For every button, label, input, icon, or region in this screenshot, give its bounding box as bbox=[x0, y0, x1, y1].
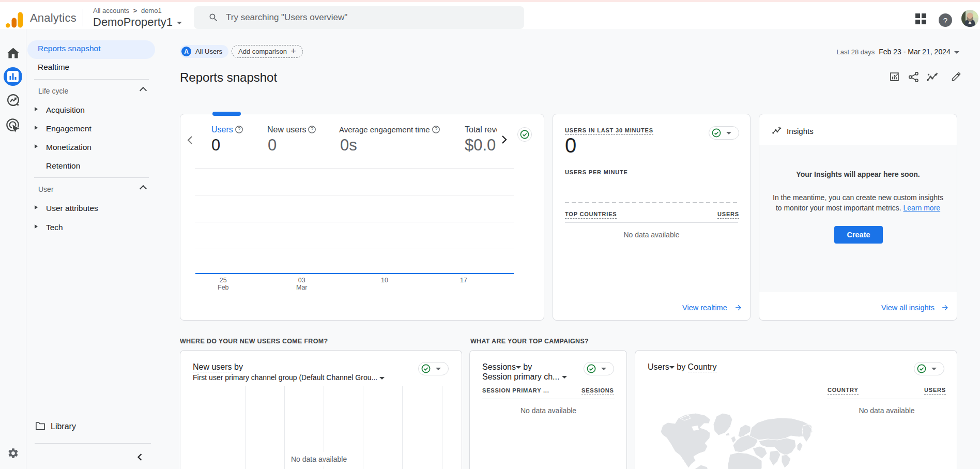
svg-text:?: ? bbox=[943, 16, 947, 25]
svg-text:?: ? bbox=[435, 127, 438, 132]
svg-text:?: ? bbox=[238, 127, 241, 132]
svg-text:?: ? bbox=[311, 127, 314, 132]
